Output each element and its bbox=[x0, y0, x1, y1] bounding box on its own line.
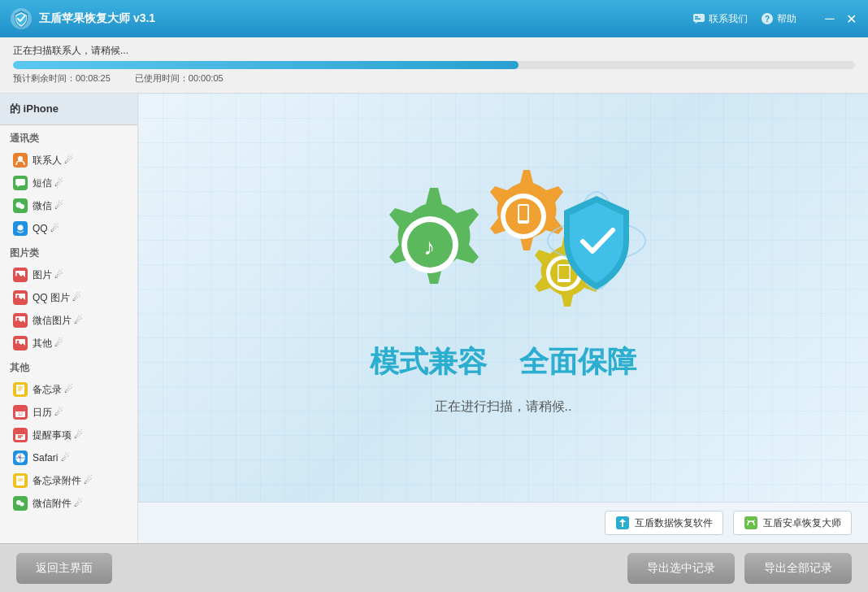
progress-status-text: 正在扫描联系人，请稍候... bbox=[13, 44, 855, 58]
svg-rect-27 bbox=[15, 431, 25, 434]
promo-android-recovery-label: 互盾安卓恢复大师 bbox=[763, 516, 841, 530]
app-logo-icon bbox=[10, 7, 33, 30]
close-button[interactable]: ✕ bbox=[844, 11, 858, 27]
elapsed-time: 已使用时间：00:00:05 bbox=[135, 72, 224, 85]
sidebar: 的 iPhone 通讯类 联系人 ☄ 短信 ☄ 微信 ☄ QQ ☄ bbox=[0, 94, 138, 543]
chat-icon bbox=[692, 13, 705, 24]
content-area: ♪ bbox=[138, 94, 868, 543]
data-recovery-icon bbox=[615, 516, 630, 530]
device-label: 的 iPhone bbox=[0, 94, 137, 125]
slogan-2: 全面保障 bbox=[519, 342, 636, 382]
wechat-attachment-icon bbox=[13, 496, 28, 511]
scan-visual: ♪ bbox=[138, 94, 868, 502]
svg-rect-54 bbox=[744, 516, 757, 529]
promo-android-recovery-button[interactable]: 互盾安卓恢复大师 bbox=[733, 511, 852, 535]
svg-rect-3 bbox=[695, 19, 701, 20]
minimize-button[interactable]: ─ bbox=[822, 11, 837, 26]
sidebar-item-wechat-attachment[interactable]: 微信附件 ☄ bbox=[0, 492, 137, 515]
qq-label: QQ ☄ bbox=[33, 223, 59, 234]
progress-area: 正在扫描联系人，请稍候... 预计剩余时间：00:08:25 已使用时间：00:… bbox=[0, 37, 868, 94]
sidebar-item-safari[interactable]: Safari ☄ bbox=[0, 446, 137, 469]
sidebar-item-other-photos[interactable]: 其他 ☄ bbox=[0, 332, 137, 355]
blue-shield-icon bbox=[536, 180, 658, 302]
progress-bar bbox=[13, 61, 855, 69]
safari-label: Safari ☄ bbox=[33, 452, 70, 464]
slogan-row: 模式兼容 全面保障 bbox=[370, 342, 636, 382]
export-all-button[interactable]: 导出全部记录 bbox=[744, 553, 852, 584]
slogan-1: 模式兼容 bbox=[370, 342, 487, 382]
section-communications: 通讯类 bbox=[0, 125, 137, 149]
sidebar-item-wechat[interactable]: 微信 ☄ bbox=[0, 194, 137, 217]
svg-rect-44 bbox=[519, 206, 527, 220]
sms-icon bbox=[13, 176, 28, 190]
sidebar-item-photos[interactable]: 图片 ☄ bbox=[0, 263, 137, 286]
other-photos-icon bbox=[13, 336, 28, 350]
android-recovery-icon bbox=[744, 516, 758, 530]
app-title: 互盾苹果恢复大师 v3.1 bbox=[39, 11, 692, 26]
notes-attachment-icon bbox=[13, 473, 28, 488]
sidebar-item-calendar[interactable]: 12 日历 ☄ bbox=[0, 401, 137, 424]
sidebar-item-contacts[interactable]: 联系人 ☄ bbox=[0, 149, 137, 172]
svg-point-9 bbox=[20, 204, 24, 209]
notes-label: 备忘录 ☄ bbox=[33, 383, 73, 397]
remaining-time: 预计剩余时间：00:08:25 bbox=[13, 72, 111, 85]
svg-text:?: ? bbox=[765, 15, 770, 24]
qq-icon bbox=[13, 221, 28, 236]
title-bar-actions: 联系我们 ? 帮助 ─ ✕ bbox=[692, 11, 858, 27]
wechat-photos-icon bbox=[13, 313, 28, 328]
svg-point-10 bbox=[18, 225, 24, 231]
wechat-photos-label: 微信图片 ☄ bbox=[33, 314, 83, 328]
sidebar-item-notes-attachment[interactable]: 备忘录附件 ☄ bbox=[0, 469, 137, 492]
notes-attachment-label: 备忘录附件 ☄ bbox=[33, 474, 93, 488]
promo-data-recovery-button[interactable]: 互盾数据恢复软件 bbox=[605, 511, 723, 535]
section-photos: 图片类 bbox=[0, 240, 137, 263]
svg-rect-19 bbox=[16, 385, 24, 394]
sidebar-item-sms[interactable]: 短信 ☄ bbox=[0, 172, 137, 194]
svg-rect-1 bbox=[693, 14, 705, 22]
sms-label: 短信 ☄ bbox=[33, 176, 63, 190]
progress-times: 预计剩余时间：00:08:25 已使用时间：00:00:05 bbox=[13, 72, 855, 85]
svg-rect-45 bbox=[521, 221, 526, 223]
sidebar-item-reminders[interactable]: 提醒事项 ☄ bbox=[0, 424, 137, 446]
other-photos-label: 其他 ☄ bbox=[33, 337, 63, 350]
promo-data-recovery-label: 互盾数据恢复软件 bbox=[635, 516, 713, 530]
progress-bar-fill bbox=[13, 61, 519, 69]
title-bar: 互盾苹果恢复大师 v3.1 联系我们 ? 帮助 ─ ✕ bbox=[0, 0, 868, 37]
gears-container: ♪ bbox=[341, 163, 666, 326]
svg-text:12: 12 bbox=[18, 411, 23, 416]
sidebar-item-wechat-photos[interactable]: 微信图片 ☄ bbox=[0, 309, 137, 332]
sidebar-item-qq-photos[interactable]: QQ 图片 ☄ bbox=[0, 286, 137, 309]
photos-label: 图片 ☄ bbox=[33, 268, 63, 282]
safari-icon bbox=[13, 451, 28, 465]
promo-bar: 互盾数据恢复软件 互盾安卓恢复大师 bbox=[138, 502, 868, 543]
contacts-label: 联系人 ☄ bbox=[33, 154, 73, 168]
reminders-label: 提醒事项 ☄ bbox=[33, 429, 83, 442]
contacts-icon bbox=[13, 153, 28, 168]
wechat-label: 微信 ☄ bbox=[33, 199, 63, 213]
sidebar-item-qq[interactable]: QQ ☄ bbox=[0, 217, 137, 240]
qq-photos-label: QQ 图片 ☄ bbox=[33, 291, 81, 305]
footer-bar: 返回主界面 导出选中记录 导出全部记录 bbox=[0, 543, 868, 592]
calendar-icon: 12 bbox=[13, 405, 28, 420]
calendar-label: 日历 ☄ bbox=[33, 406, 63, 420]
svg-point-37 bbox=[20, 503, 24, 507]
export-selected-button[interactable]: 导出选中记录 bbox=[627, 553, 735, 584]
contact-us-button[interactable]: 联系我们 bbox=[692, 12, 748, 26]
svg-point-6 bbox=[18, 156, 23, 161]
main-layout: 的 iPhone 通讯类 联系人 ☄ 短信 ☄ 微信 ☄ QQ ☄ bbox=[0, 94, 868, 543]
window-controls: ─ ✕ bbox=[822, 11, 858, 27]
section-other: 其他 bbox=[0, 355, 137, 378]
photos-icon bbox=[13, 268, 28, 282]
help-button[interactable]: ? 帮助 bbox=[761, 12, 796, 26]
reminders-icon bbox=[13, 428, 28, 442]
scanning-status-text: 正在进行扫描，请稍候.. bbox=[435, 398, 572, 416]
notes-icon bbox=[13, 382, 28, 397]
svg-rect-2 bbox=[695, 16, 698, 18]
back-to-main-button[interactable]: 返回主界面 bbox=[16, 553, 112, 584]
wechat-attachment-label: 微信附件 ☄ bbox=[33, 497, 83, 511]
svg-rect-7 bbox=[15, 179, 25, 185]
sidebar-item-notes[interactable]: 备忘录 ☄ bbox=[0, 378, 137, 401]
wechat-icon bbox=[13, 198, 28, 213]
help-icon: ? bbox=[761, 12, 774, 25]
svg-text:♪: ♪ bbox=[423, 234, 435, 259]
